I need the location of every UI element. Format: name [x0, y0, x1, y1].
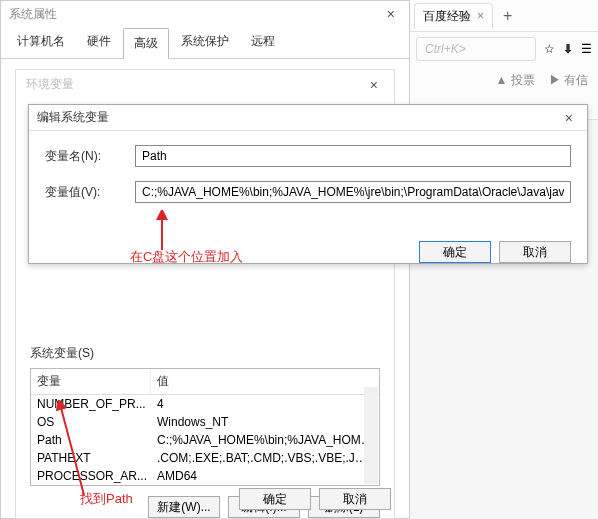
var-name-input[interactable] [135, 145, 571, 167]
browser-tab[interactable]: 百度经验 × [414, 3, 493, 29]
annotation-arrow-bottom [54, 400, 94, 500]
address-bar[interactable]: Ctrl+K> [416, 37, 536, 61]
system-variables-label: 系统变量(S) [30, 345, 380, 362]
ok-button[interactable]: 确定 [419, 241, 491, 263]
dialog-titlebar: 编辑系统变量 × [29, 105, 587, 131]
browser-tab-row: 百度经验 × + [410, 0, 598, 32]
var-name-label: 变量名(N): [45, 148, 135, 165]
var-value-label: 变量值(V): [45, 184, 135, 201]
star-icon[interactable]: ☆ [544, 42, 555, 56]
env-vars-titlebar: 环境变量 × [16, 70, 394, 99]
tab-computer-name[interactable]: 计算机名 [7, 27, 75, 58]
tab-strip: 计算机名 硬件 高级 系统保护 远程 [1, 27, 409, 59]
system-properties-titlebar: 系统属性 × [1, 1, 409, 27]
svg-line-1 [60, 404, 84, 495]
col-header-name: 变量 [31, 369, 151, 394]
window-title: 系统属性 [9, 6, 57, 23]
browser-window: 百度经验 × + Ctrl+K> ☆ ⬇ ☰ ▲ 投票 ▶ 有信 [410, 0, 598, 120]
annotation-arrow-top [152, 210, 172, 250]
menu-icon[interactable]: ☰ [581, 42, 592, 56]
page-tool-row: ▲ 投票 ▶ 有信 [410, 66, 598, 95]
cancel-button[interactable]: 取消 [319, 488, 391, 510]
tab-remote[interactable]: 远程 [241, 27, 285, 58]
download-icon[interactable]: ⬇ [563, 42, 573, 56]
annotation-top: 在C盘这个位置加入 [130, 248, 243, 266]
var-value-input[interactable] [135, 181, 571, 203]
table-header: 变量 值 [31, 369, 379, 395]
env-vars-title: 环境变量 [26, 76, 74, 93]
browser-address-row: Ctrl+K> ☆ ⬇ ☰ [410, 32, 598, 66]
dialog-title: 编辑系统变量 [37, 109, 109, 126]
close-icon[interactable]: × [364, 77, 384, 93]
tab-hardware[interactable]: 硬件 [77, 27, 121, 58]
close-icon[interactable]: × [559, 110, 579, 126]
col-header-value: 值 [151, 369, 379, 394]
close-icon[interactable]: × [381, 6, 401, 22]
ok-button[interactable]: 确定 [239, 488, 311, 510]
annotation-bottom: 找到Path [80, 490, 133, 508]
tab-system-protection[interactable]: 系统保护 [171, 27, 239, 58]
new-tab-icon[interactable]: + [497, 7, 518, 25]
edit-system-variable-dialog: 编辑系统变量 × 变量名(N): 变量值(V): 确定 取消 [28, 104, 588, 264]
env-vars-bottom-buttons: 确定 取消 [239, 488, 391, 510]
scrollbar[interactable] [364, 387, 378, 484]
close-icon[interactable]: × [477, 9, 484, 23]
tip-button[interactable]: ▶ 有信 [549, 72, 588, 89]
tab-advanced[interactable]: 高级 [123, 28, 169, 59]
vote-button[interactable]: ▲ 投票 [495, 72, 534, 89]
browser-tab-label: 百度经验 [423, 8, 471, 25]
cancel-button[interactable]: 取消 [499, 241, 571, 263]
new-button[interactable]: 新建(W)... [148, 496, 220, 518]
